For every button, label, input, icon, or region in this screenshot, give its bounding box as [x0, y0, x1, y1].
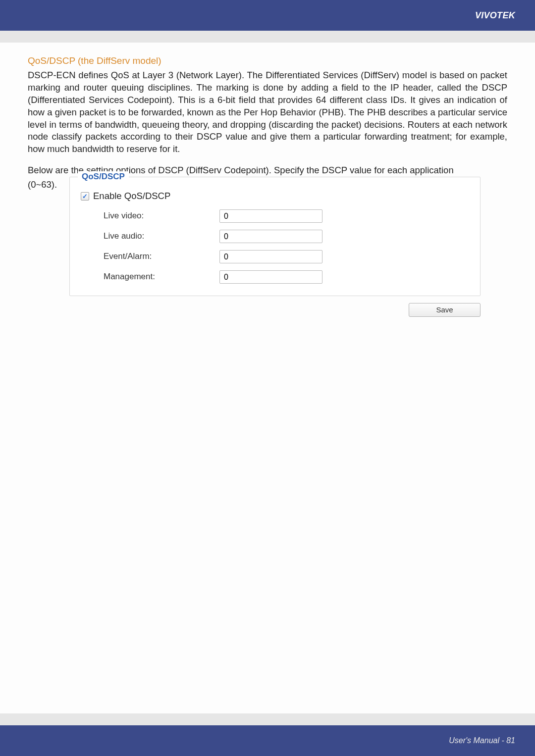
- brand-text: VIVOTEK: [475, 10, 515, 21]
- input-live-video[interactable]: [219, 209, 322, 223]
- label-live-video: Live video:: [81, 210, 219, 222]
- enable-label: Enable QoS/DSCP: [93, 190, 170, 202]
- footer-strip: [0, 713, 535, 725]
- header-bar: VIVOTEK: [0, 0, 535, 31]
- label-live-audio: Live audio:: [81, 231, 219, 242]
- section-title: QoS/DSCP (the DiffServ model): [28, 54, 507, 67]
- page-content: QoS/DSCP (the DiffServ model) DSCP-ECN d…: [0, 43, 535, 317]
- label-event-alarm: Event/Alarm:: [81, 251, 219, 262]
- enable-row: ✓ Enable QoS/DSCP: [81, 190, 469, 202]
- enable-checkbox[interactable]: ✓: [81, 192, 89, 201]
- row-live-audio: Live audio:: [81, 230, 469, 243]
- footer-bar: User's Manual - 81: [0, 725, 535, 756]
- section-paragraph-1: DSCP-ECN defines QoS at Layer 3 (Network…: [28, 69, 507, 156]
- label-management: Management:: [81, 271, 219, 283]
- qos-dscp-fieldset: QoS/DSCP ✓ Enable QoS/DSCP Live video: L…: [69, 177, 481, 296]
- input-event-alarm[interactable]: [219, 250, 322, 263]
- save-button[interactable]: Save: [409, 303, 481, 317]
- save-row: Save: [69, 303, 481, 317]
- range-label: (0~63).: [28, 177, 58, 191]
- row-management: Management:: [81, 270, 469, 284]
- header-strip: [0, 31, 535, 43]
- panel-wrap: (0~63). QoS/DSCP ✓ Enable QoS/DSCP Live …: [28, 177, 507, 317]
- row-live-video: Live video:: [81, 209, 469, 223]
- row-event-alarm: Event/Alarm:: [81, 250, 469, 263]
- fieldset-legend: QoS/DSCP: [78, 171, 129, 183]
- footer-text: User's Manual - 81: [449, 736, 515, 745]
- input-live-audio[interactable]: [219, 230, 322, 243]
- input-management[interactable]: [219, 270, 322, 284]
